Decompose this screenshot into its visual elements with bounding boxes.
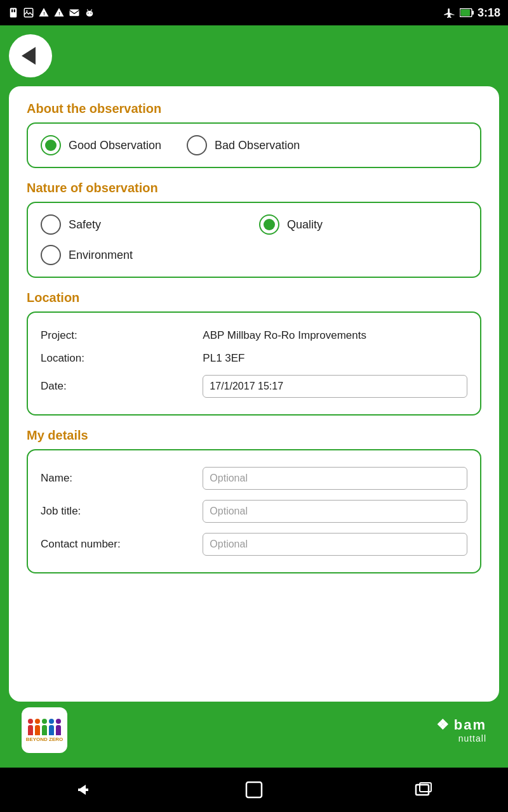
date-cell <box>203 370 467 403</box>
quality-radio-inner <box>264 219 275 230</box>
contact-number-row: Contact number: <box>41 528 467 561</box>
figure-head-2 <box>35 719 40 724</box>
project-row: Project: ABP Millbay Ro-Ro Improvements <box>41 324 467 347</box>
bam-nuttall-logo: ❖ bam nuttall <box>436 717 486 743</box>
project-label: Project: <box>41 324 203 347</box>
contact-number-label: Contact number: <box>41 528 203 561</box>
time-display: 3:18 <box>478 6 500 20</box>
airplane-icon <box>443 8 456 18</box>
good-observation-radio-inner <box>45 140 57 151</box>
safety-radio[interactable] <box>41 214 61 235</box>
observation-type-title: About the observation <box>27 102 481 116</box>
figure-body-3 <box>42 725 47 735</box>
sd-card-icon <box>8 7 19 18</box>
bad-observation-option[interactable]: Bad Observation <box>187 135 300 155</box>
bam-text: ❖ bam <box>436 717 486 733</box>
warning-icon-2: ! <box>53 7 65 18</box>
svg-point-9 <box>88 13 89 14</box>
svg-text:!: ! <box>58 11 60 16</box>
android-icon <box>84 7 95 18</box>
figure-head-3 <box>42 719 47 724</box>
location-row: Location: PL1 3EF <box>41 347 467 370</box>
contact-number-input[interactable] <box>203 533 467 556</box>
svg-rect-15 <box>78 789 88 791</box>
good-observation-option[interactable]: Good Observation <box>41 135 161 155</box>
beyond-zero-figures <box>28 719 61 735</box>
contact-number-cell <box>203 528 467 561</box>
figure-head-1 <box>28 719 33 724</box>
job-title-input[interactable] <box>203 500 467 523</box>
status-right: 3:18 <box>443 6 500 20</box>
status-icons: ! ! <box>8 7 95 18</box>
status-bar: ! ! 3:18 <box>0 0 508 25</box>
nav-home-icon <box>245 781 263 799</box>
location-section: Project: ABP Millbay Ro-Ro Improvements … <box>27 311 481 416</box>
name-cell <box>203 462 467 495</box>
project-value: ABP Millbay Ro-Ro Improvements <box>203 324 467 347</box>
environment-label: Environment <box>69 249 133 262</box>
nav-back-button[interactable] <box>69 774 100 806</box>
svg-rect-13 <box>460 10 470 16</box>
quality-label: Quality <box>287 218 323 232</box>
svg-point-4 <box>26 10 27 11</box>
svg-rect-12 <box>472 11 474 15</box>
nature-title: Nature of observation <box>27 181 481 195</box>
quality-option[interactable]: Quality <box>259 214 467 235</box>
svg-rect-7 <box>70 10 79 16</box>
job-title-cell <box>203 495 467 528</box>
svg-rect-17 <box>416 785 429 795</box>
figure-body-1 <box>28 725 33 735</box>
svg-point-8 <box>86 11 93 16</box>
beyond-zero-logo: BEYOND ZERO <box>22 707 67 753</box>
observation-type-section: Good Observation Bad Observation <box>27 122 481 168</box>
figure-head-5 <box>56 719 61 724</box>
quality-radio[interactable] <box>259 214 279 235</box>
good-observation-radio[interactable] <box>41 135 61 155</box>
bad-observation-radio[interactable] <box>187 135 207 155</box>
nav-recent-icon <box>415 782 432 797</box>
good-observation-label: Good Observation <box>69 139 161 152</box>
warning-icon-1: ! <box>38 7 50 18</box>
nav-home-button[interactable] <box>238 774 270 806</box>
name-label: Name: <box>41 462 203 495</box>
nature-group: Safety Quality Environment <box>41 214 467 265</box>
location-title: Location <box>27 291 481 305</box>
main-card: About the observation Good Observation B… <box>9 86 499 702</box>
svg-rect-0 <box>10 8 17 18</box>
svg-rect-1 <box>11 10 13 13</box>
svg-text:!: ! <box>43 11 44 16</box>
name-input[interactable] <box>203 467 467 490</box>
app-container: About the observation Good Observation B… <box>0 25 508 768</box>
location-value: PL1 3EF <box>203 347 467 370</box>
beyond-zero-text: BEYOND ZERO <box>26 737 64 742</box>
figure-body-4 <box>49 725 54 735</box>
bad-observation-label: Bad Observation <box>215 139 300 152</box>
my-details-section: Name: Job title: Contact number: <box>27 449 481 573</box>
date-label: Date: <box>41 370 203 403</box>
nature-section: Safety Quality Environment <box>27 202 481 278</box>
date-input[interactable] <box>203 375 467 398</box>
nav-back-icon <box>74 782 95 797</box>
svg-rect-16 <box>246 782 262 797</box>
location-label: Location: <box>41 347 203 370</box>
nav-bar <box>0 768 508 812</box>
my-details-title: My details <box>27 428 481 443</box>
safety-label: Safety <box>69 218 101 232</box>
name-row: Name: <box>41 462 467 495</box>
environment-option[interactable]: Environment <box>41 245 249 265</box>
battery-icon <box>460 8 474 17</box>
observation-type-group: Good Observation Bad Observation <box>41 135 467 155</box>
svg-point-10 <box>91 13 92 14</box>
safety-option[interactable]: Safety <box>41 214 249 235</box>
nav-recent-button[interactable] <box>408 774 439 806</box>
figure-body-2 <box>35 725 40 735</box>
back-button[interactable] <box>9 34 52 77</box>
footer-bar: BEYOND ZERO ❖ bam nuttall <box>9 702 499 759</box>
bam-icon: ❖ <box>436 717 450 733</box>
nuttall-text: nuttall <box>458 733 486 743</box>
job-title-row: Job title: <box>41 495 467 528</box>
figure-body-5 <box>56 725 61 735</box>
figure-head-4 <box>49 719 54 724</box>
environment-radio[interactable] <box>41 245 61 265</box>
email-icon <box>69 7 80 18</box>
